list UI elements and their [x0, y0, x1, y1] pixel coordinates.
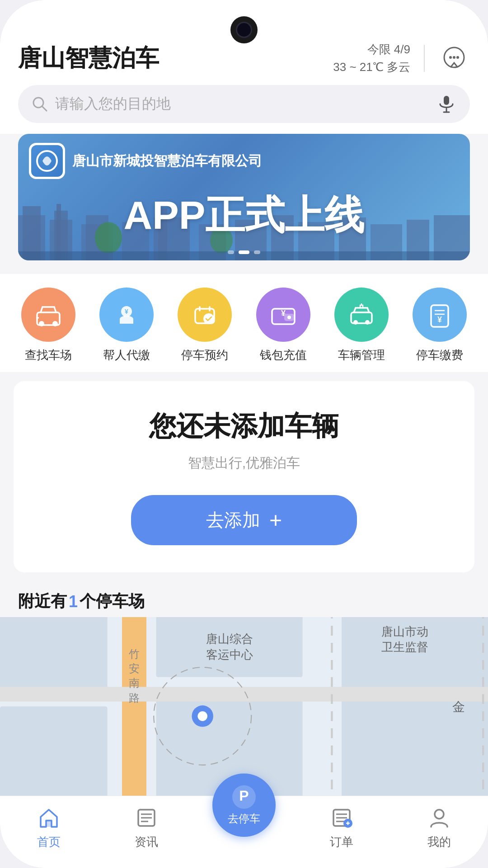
weather-temp: 33 ~ 21℃ 多云	[333, 58, 410, 76]
nav-mine[interactable]: 我的	[390, 805, 488, 850]
nav-orders-label: 订单	[330, 834, 353, 850]
svg-rect-6	[444, 96, 449, 105]
svg-text:路: 路	[129, 692, 140, 704]
profile-icon	[427, 805, 452, 830]
banner-dots	[228, 250, 260, 254]
chat-icon[interactable]	[438, 42, 470, 74]
svg-text:客运中心: 客运中心	[206, 648, 253, 661]
pay-other-icon: ¥	[99, 288, 154, 342]
svg-point-41	[287, 316, 291, 319]
svg-text:P: P	[239, 788, 249, 804]
nav-home[interactable]: 首页	[0, 805, 98, 850]
banner-company: 唐山市新城投智慧泊车有限公司	[72, 152, 262, 170]
home-icon	[36, 805, 61, 830]
svg-rect-57	[122, 617, 146, 796]
map-area[interactable]: 竹 安 南 路 唐山综合 客运中心 唐山市动 卫生监督 金	[0, 617, 488, 796]
svg-rect-54	[156, 617, 303, 677]
svg-point-45	[365, 320, 370, 325]
weather-info: 今限 4/9 33 ~ 21℃ 多云	[333, 41, 410, 76]
nav-mine-label: 我的	[427, 834, 451, 850]
svg-text:南: 南	[129, 677, 140, 689]
svg-point-38	[203, 313, 214, 324]
search-input-wrapper[interactable]: 请输入您的目的地	[18, 85, 470, 123]
add-vehicle-btn-text: 去添加	[206, 508, 260, 533]
nav-news-label: 资讯	[135, 834, 158, 850]
fee-icon: ¥	[413, 288, 467, 342]
vehicle-label: 车辆管理	[338, 347, 385, 363]
header: 唐山智慧泊车 今限 4/9 33 ~ 21℃ 多云	[0, 36, 488, 85]
svg-text:唐山市动: 唐山市动	[381, 625, 428, 638]
svg-line-5	[42, 106, 47, 111]
banner-logo	[29, 143, 65, 179]
search-icon	[32, 96, 48, 112]
center-parking-button[interactable]: P 去停车	[212, 774, 276, 837]
quick-action-wallet[interactable]: ¥ 钱包充值	[256, 288, 310, 363]
svg-point-85	[435, 810, 444, 819]
nearby-section: 附近有 1 个停车场	[0, 581, 488, 617]
quick-action-find-parking[interactable]: 查找车场	[21, 288, 75, 363]
quick-action-vehicle[interactable]: 车辆管理	[334, 288, 389, 363]
svg-rect-52	[0, 617, 108, 697]
header-divider	[424, 45, 425, 72]
quick-action-reservation[interactable]: 停车预约	[178, 288, 232, 363]
add-vehicle-button[interactable]: 去添加 +	[131, 495, 357, 545]
banner-header: 唐山市新城投智慧泊车有限公司	[18, 134, 470, 184]
banner-main-text: APP正式上线	[18, 189, 470, 242]
news-icon	[134, 805, 159, 830]
svg-point-33	[52, 321, 58, 326]
pay-other-label: 帮人代缴	[103, 347, 150, 363]
nav-news[interactable]: 资讯	[98, 805, 195, 850]
nearby-suffix: 个停车场	[80, 590, 145, 613]
svg-rect-53	[0, 707, 108, 796]
svg-point-3	[456, 56, 459, 59]
bottom-nav: 首页 资讯	[0, 796, 488, 868]
header-right: 今限 4/9 33 ~ 21℃ 多云	[333, 41, 470, 76]
quick-actions-row: 查找车场 ¥ 帮人代缴	[9, 288, 479, 363]
svg-point-32	[39, 321, 44, 326]
find-parking-icon	[21, 288, 75, 342]
nav-orders[interactable]: 订单	[293, 805, 390, 850]
nav-home-label: 首页	[37, 834, 61, 850]
screen: 唐山智慧泊车 今限 4/9 33 ~ 21℃ 多云	[0, 0, 488, 868]
banner-logo-inner	[31, 145, 63, 177]
add-vehicle-btn-plus: +	[269, 508, 282, 533]
banner: 唐山市新城投智慧泊车有限公司	[18, 134, 470, 260]
svg-text:¥: ¥	[437, 315, 442, 324]
svg-point-71	[197, 711, 207, 721]
map-svg: 竹 安 南 路 唐山综合 客运中心 唐山市动 卫生监督 金	[0, 617, 488, 796]
banner-dot-2	[239, 250, 249, 254]
reservation-icon	[178, 288, 232, 342]
search-bar: 请输入您的目的地	[0, 85, 488, 134]
mic-icon[interactable]	[436, 94, 456, 114]
parking-p-icon: P	[231, 784, 257, 810]
weather-limit: 今限 4/9	[333, 41, 410, 58]
find-parking-label: 查找车场	[25, 347, 72, 363]
nearby-count: 1	[69, 592, 78, 611]
quick-actions: 查找车场 ¥ 帮人代缴	[0, 274, 488, 372]
wallet-icon: ¥	[256, 288, 310, 342]
svg-point-1	[449, 56, 452, 59]
quick-action-pay-other[interactable]: ¥ 帮人代缴	[99, 288, 154, 363]
quick-action-fee[interactable]: ¥ 停车缴费	[413, 288, 467, 363]
svg-text:竹: 竹	[129, 648, 140, 660]
map-content: 竹 安 南 路 唐山综合 客运中心 唐山市动 卫生监督 金	[0, 617, 488, 796]
svg-point-44	[353, 320, 358, 325]
vehicle-section: 您还未添加车辆 智慧出行,优雅泊车 去添加 +	[14, 381, 474, 572]
svg-text:金: 金	[452, 700, 465, 714]
banner-dot-3	[254, 250, 260, 254]
search-input[interactable]: 请输入您的目的地	[55, 94, 429, 114]
svg-rect-73	[46, 821, 52, 827]
phone-shell: 唐山智慧泊车 今限 4/9 33 ~ 21℃ 多云	[0, 0, 488, 868]
vehicle-icon	[334, 288, 389, 342]
app-title: 唐山智慧泊车	[18, 42, 159, 74]
fee-label: 停车缴费	[416, 347, 463, 363]
order-icon	[329, 805, 354, 830]
reservation-label: 停车预约	[181, 347, 228, 363]
svg-text:卫生监督: 卫生监督	[381, 641, 428, 653]
banner-dot-1	[228, 250, 234, 254]
svg-text:唐山综合: 唐山综合	[206, 632, 253, 645]
svg-rect-58	[0, 687, 488, 701]
svg-text:¥: ¥	[125, 308, 128, 315]
svg-point-2	[453, 56, 455, 59]
svg-text:¥: ¥	[281, 309, 286, 318]
